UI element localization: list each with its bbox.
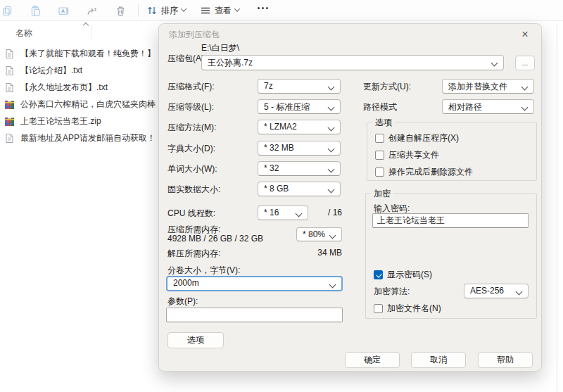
compress-memory-combobox[interactable]: * 80% (296, 227, 342, 241)
options-button[interactable]: 选项 (167, 332, 224, 348)
sort-arrows-icon (146, 5, 158, 16)
column-divider (91, 25, 92, 39)
column-header-name[interactable]: 名称 (15, 27, 32, 39)
volume-size-value: 2000m (173, 278, 199, 288)
encryption-method-combobox[interactable]: AES-256 (464, 284, 529, 298)
file-name: 上老王论坛当老王.zip (20, 115, 101, 127)
level-combobox[interactable]: 5 - 标准压缩 (258, 99, 341, 114)
archive-path: E:\白日梦\ (201, 42, 239, 54)
share-icon[interactable] (86, 5, 98, 17)
encrypt-filenames-checkbox[interactable] (374, 304, 383, 313)
text-file-icon (4, 65, 15, 76)
sfx-checkbox-label: 创建自解压程序(X) (388, 132, 459, 144)
close-button[interactable]: × (514, 26, 536, 43)
list-item[interactable]: 【论坛介绍】.txt (4, 62, 156, 79)
update-mode-combobox[interactable]: 添加并替换文件 (442, 79, 534, 94)
explorer-toolbar: 排序 查看 (0, 0, 563, 21)
cpu-threads-label: CPU 线程数: (167, 208, 215, 220)
encryption-method-label: 加密算法: (374, 286, 410, 298)
shared-files-checkbox-label: 压缩共享文件 (388, 149, 439, 161)
list-item[interactable]: 【来了就能下载和观看！纯免费！】.txt (4, 45, 156, 62)
options-group-title: 选项 (372, 117, 395, 129)
list-item[interactable]: 公孙离口六榨精记，白虎穴猛夹肉棒内射... (4, 96, 156, 113)
ok-button[interactable]: 确定 (345, 352, 400, 368)
password-input[interactable] (372, 213, 529, 228)
method-combobox[interactable]: * LZMA2 (258, 120, 341, 134)
decompress-memory-label: 解压所需内存: (167, 248, 220, 260)
path-mode-combobox[interactable]: 相对路径 (442, 99, 534, 114)
archive-name-combobox[interactable]: 王公孙离.7z (201, 55, 504, 70)
help-button[interactable]: 帮助 (478, 352, 533, 368)
cancel-button[interactable]: 取消 (411, 352, 466, 368)
encryption-method-value: AES-256 (470, 286, 504, 296)
format-label: 压缩格式(F): (167, 81, 215, 93)
delete-after-checkbox[interactable] (375, 167, 384, 177)
method-label: 压缩方法(M): (167, 122, 216, 134)
delete-icon[interactable] (115, 5, 127, 17)
browse-button[interactable]: ... (515, 56, 535, 70)
list-item[interactable]: 最新地址及APP请发邮箱自动获取！！！... (4, 129, 156, 146)
archive-label: 压缩包(A) (167, 53, 204, 65)
shared-files-checkbox[interactable] (375, 151, 384, 160)
paste-icon[interactable] (30, 5, 42, 17)
format-combobox[interactable]: 7z (258, 79, 341, 94)
word-size-value: * 32 (264, 163, 279, 173)
list-item[interactable]: 【永久地址发布页】.txt (4, 79, 156, 96)
add-to-archive-dialog: 添加到压缩包 × 压缩包(A) E:\白日梦\ 王公孙离.7z ... 压缩格式… (158, 23, 542, 372)
decompress-memory-value: 34 MB (307, 248, 342, 258)
delete-after-checkbox-label: 操作完成后删除源文件 (388, 166, 473, 178)
compress-memory-value: * 80% (303, 229, 325, 239)
sfx-checkbox-row[interactable]: 创建自解压程序(X) (375, 132, 459, 144)
update-mode-value: 添加并替换文件 (448, 82, 507, 91)
solid-size-label: 固实数据大小: (167, 184, 220, 196)
sort-button[interactable]: 排序 (146, 2, 186, 19)
chevron-down-icon (181, 6, 186, 11)
dialog-title: 添加到压缩包 (169, 29, 220, 41)
file-name: 公孙离口六榨精记，白虎穴猛夹肉棒内射... (20, 99, 156, 110)
compress-memory-detail: 4928 MB / 26 GB / 32 GB (167, 234, 263, 244)
winrar-archive-icon (4, 99, 15, 110)
solid-size-combobox[interactable]: * 8 GB (258, 182, 341, 196)
path-mode-label: 路径模式 (363, 101, 397, 113)
sort-ascending-icon (83, 23, 89, 28)
parameters-input[interactable] (166, 308, 343, 322)
view-button[interactable]: 查看 (200, 2, 239, 19)
winrar-archive-icon (4, 116, 15, 127)
format-value: 7z (264, 81, 273, 91)
shared-files-checkbox-row[interactable]: 压缩共享文件 (375, 149, 439, 161)
text-file-icon (4, 82, 15, 93)
volume-size-label: 分卷大小，字节(V): (167, 265, 240, 277)
window-edge (557, 23, 557, 392)
delete-after-checkbox-row[interactable]: 操作完成后删除源文件 (375, 166, 473, 178)
encrypt-filenames-checkbox-label: 加密文件名(N) (387, 303, 441, 315)
word-size-combobox[interactable]: * 32 (258, 161, 341, 176)
sort-label: 排序 (161, 5, 178, 17)
more-icon[interactable] (258, 7, 268, 9)
show-password-checkbox-row[interactable]: 显示密码(S) (374, 269, 432, 281)
rename-icon[interactable] (58, 5, 70, 17)
dictionary-combobox[interactable]: * 32 MB (258, 141, 341, 156)
encryption-group-title: 加密 (371, 188, 393, 200)
file-name: 最新地址及APP请发邮箱自动获取！！！... (20, 132, 156, 144)
text-file-icon (4, 49, 15, 59)
view-label: 查看 (215, 5, 232, 17)
cpu-threads-combobox[interactable]: * 16 (258, 206, 308, 220)
copy-icon[interactable] (1, 5, 13, 17)
chevron-down-icon (234, 6, 240, 11)
text-file-icon (4, 133, 15, 144)
toolbar-separator (138, 4, 139, 17)
solid-size-value: * 8 GB (264, 184, 289, 194)
path-mode-value: 相对路径 (448, 102, 482, 112)
volume-size-combobox[interactable]: 2000m (166, 276, 343, 291)
word-size-label: 单词大小(W): (167, 163, 217, 175)
show-password-checkbox[interactable] (374, 270, 383, 279)
sfx-checkbox[interactable] (375, 134, 384, 143)
dictionary-label: 字典大小(D): (167, 143, 215, 155)
list-item[interactable]: 上老王论坛当老王.zip (4, 113, 156, 129)
view-lines-icon (200, 5, 211, 16)
show-password-checkbox-label: 显示密码(S) (387, 269, 432, 281)
method-value: * LZMA2 (264, 122, 297, 132)
file-name: 【永久地址发布页】.txt (20, 82, 108, 94)
cpu-threads-max: / 16 (317, 208, 342, 217)
encrypt-filenames-checkbox-row[interactable]: 加密文件名(N) (374, 303, 441, 315)
